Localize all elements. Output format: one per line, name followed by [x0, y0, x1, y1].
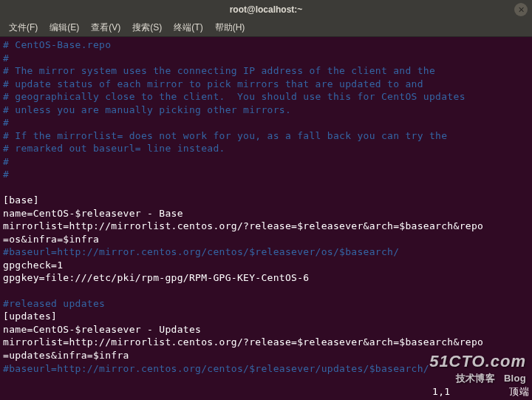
file-line: # The mirror system uses the connecting …	[3, 64, 529, 78]
file-line: gpgcheck=1	[3, 259, 529, 272]
file-line: =os&infra=$infra	[3, 233, 529, 246]
file-line: #released updates	[3, 297, 529, 311]
editor-status-line: 1,1 顶端	[3, 385, 529, 399]
file-line: #baseurl=http://mirror.centos.org/centos…	[3, 245, 529, 259]
file-line: #	[3, 155, 529, 169]
file-line: mirrorlist=http://mirrorlist.centos.org/…	[3, 336, 529, 349]
file-line: #	[3, 168, 529, 181]
file-line	[3, 285, 529, 297]
file-line: name=CentOS-$releasever - Base	[3, 207, 529, 220]
menu-view[interactable]: 查看(V)	[86, 20, 125, 35]
close-icon: ✕	[518, 5, 525, 15]
menu-edit[interactable]: 编辑(E)	[45, 20, 83, 35]
terminal-content[interactable]: # CentOS-Base.repo # # The mirror system…	[0, 37, 532, 400]
file-line: name=CentOS-$releasever - Updates	[3, 323, 529, 336]
file-line: # unless you are manually picking other …	[3, 104, 529, 117]
file-line: # geographically close to the client. Yo…	[3, 90, 529, 104]
file-line: [updates]	[3, 310, 529, 323]
menu-search[interactable]: 搜索(S)	[128, 20, 166, 35]
window-titlebar: root@localhost:~ ✕	[0, 0, 532, 19]
file-line	[3, 181, 529, 194]
file-line: =updates&infra=$infra	[3, 349, 529, 362]
close-button[interactable]: ✕	[514, 3, 528, 16]
file-line: # update status of each mirror to pick m…	[3, 78, 529, 91]
cursor-position: 1,1	[432, 385, 450, 399]
file-line: [base]	[3, 194, 529, 207]
file-line: # remarked out baseurl= line instead.	[3, 142, 529, 155]
file-line: mirrorlist=http://mirrorlist.centos.org/…	[3, 220, 529, 233]
file-line: #baseurl=http://mirror.centos.org/centos…	[3, 362, 529, 376]
file-line: gpgkey=file:///etc/pki/rpm-gpg/RPM-GPG-K…	[3, 271, 529, 285]
menu-file[interactable]: 文件(F)	[4, 20, 42, 35]
window-title: root@localhost:~	[230, 4, 303, 15]
menubar: 文件(F) 编辑(E) 查看(V) 搜索(S) 终端(T) 帮助(H)	[0, 19, 532, 37]
file-line: # If the mirrorlist= does not work for y…	[3, 129, 529, 143]
file-line: # CentOS-Base.repo	[3, 38, 529, 52]
file-line: #	[3, 116, 529, 129]
file-line: #	[3, 52, 529, 65]
menu-help[interactable]: 帮助(H)	[211, 20, 250, 35]
menu-terminal[interactable]: 终端(T)	[169, 20, 207, 35]
scroll-position: 顶端	[509, 385, 529, 399]
